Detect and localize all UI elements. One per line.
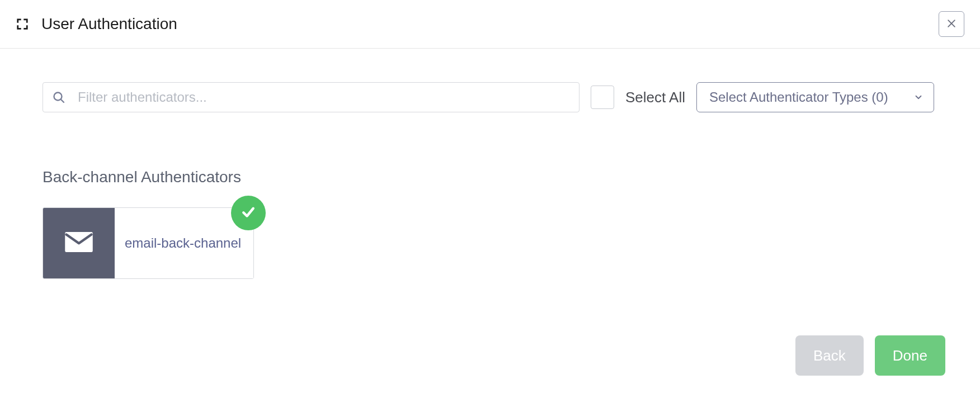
close-icon	[946, 18, 957, 31]
fullscreen-icon[interactable]	[16, 17, 29, 31]
select-all-checkbox[interactable]	[591, 86, 614, 109]
envelope-icon	[64, 227, 94, 259]
content: Select All Select Authenticator Types (0…	[0, 49, 980, 279]
header-left: User Authentication	[16, 15, 177, 33]
check-icon	[240, 203, 257, 222]
close-button[interactable]	[939, 11, 964, 37]
search-icon	[52, 91, 65, 104]
back-button[interactable]: Back	[795, 335, 864, 376]
modal-header: User Authentication	[0, 0, 980, 49]
page-title: User Authentication	[41, 15, 177, 33]
authenticator-type-dropdown[interactable]: Select Authenticator Types (0)	[696, 82, 934, 112]
card-icon-area	[43, 208, 115, 278]
search-input[interactable]	[78, 89, 570, 105]
selected-badge	[231, 196, 266, 230]
filter-row: Select All Select Authenticator Types (0…	[43, 82, 937, 112]
done-button[interactable]: Done	[875, 335, 945, 376]
authenticator-card-email-back-channel[interactable]: email-back-channel	[43, 207, 254, 279]
dropdown-label: Select Authenticator Types (0)	[709, 89, 888, 105]
search-box[interactable]	[43, 82, 579, 112]
footer-buttons: Back Done	[795, 335, 945, 376]
card-label: email-back-channel	[125, 234, 241, 252]
section-title: Back-channel Authenticators	[43, 168, 937, 186]
select-all-label: Select All	[625, 89, 685, 106]
chevron-down-icon	[913, 92, 924, 102]
